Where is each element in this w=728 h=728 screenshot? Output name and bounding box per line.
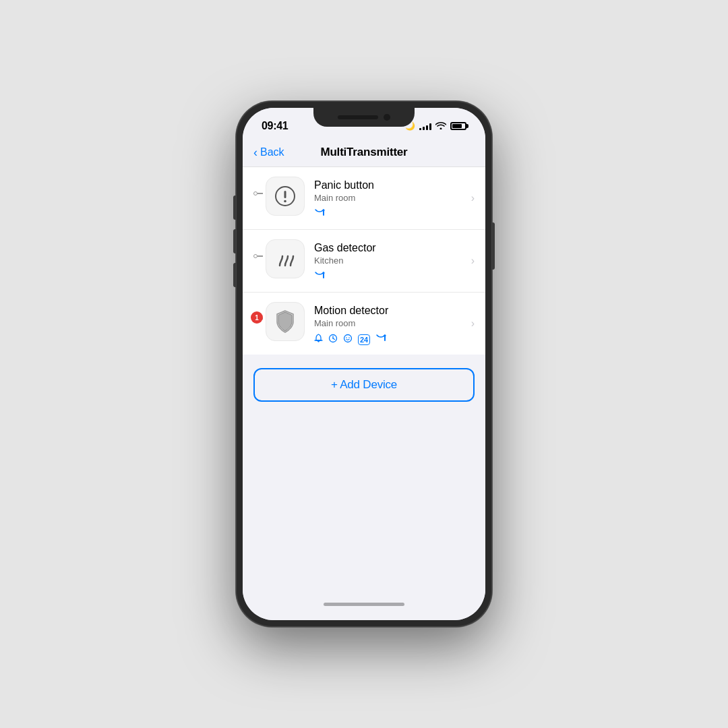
status-icons: 🌙 (405, 121, 466, 131)
device-item-gas-detector[interactable]: Gas detector Kitchen (243, 230, 485, 293)
exclamation-icon (275, 186, 295, 206)
add-device-section: + Add Device (243, 355, 485, 415)
nav-title: MultiTransmitter (320, 146, 407, 159)
svg-rect-3 (323, 210, 324, 216)
device-item-panic-button[interactable]: Panic button Main room (243, 167, 485, 230)
battery-icon (450, 122, 466, 130)
status-time: 09:41 (262, 120, 288, 132)
home-indicator (243, 597, 485, 620)
motion-detector-icon-wrap (266, 302, 305, 341)
svg-rect-12 (384, 335, 386, 341)
chevron-right-icon-2: › (471, 255, 475, 267)
camera (384, 114, 390, 121)
device-list: Panic button Main room (243, 167, 485, 355)
home-bar (324, 603, 404, 606)
device-connector (253, 254, 263, 258)
24h-icon: 24 (358, 334, 370, 345)
motion-detector-room: Main room (314, 318, 475, 328)
phone-frame: 09:41 🌙 (236, 101, 492, 627)
clock-icon (328, 334, 338, 345)
add-device-button[interactable]: + Add Device (253, 368, 475, 402)
gas-detector-icon-wrap (266, 239, 305, 278)
motion-detector-info: Motion detector Main room (314, 302, 475, 345)
svg-rect-4 (323, 272, 324, 278)
panic-button-name: Panic button (314, 179, 475, 191)
chevron-right-icon: › (471, 192, 475, 204)
panic-button-room: Main room (314, 193, 475, 203)
gas-detector-name: Gas detector (314, 242, 475, 254)
signal-icon-3 (375, 334, 386, 345)
svg-rect-1 (284, 191, 286, 198)
svg-point-9 (344, 335, 352, 342)
chevron-right-icon-3: › (471, 317, 475, 330)
gas-detector-room: Kitchen (314, 255, 475, 266)
heat-waves-icon (274, 247, 296, 271)
motion-detector-name: Motion detector (314, 305, 475, 317)
device-connector-motion: 1 (253, 317, 263, 321)
gas-detector-status-icons (314, 271, 475, 282)
back-button[interactable]: ‹ Back (253, 146, 284, 158)
back-chevron-icon: ‹ (253, 146, 257, 158)
cellular-signal-icon (419, 122, 431, 130)
shield-icon (274, 309, 296, 334)
signal-icon-2 (314, 271, 325, 282)
device-connector (253, 191, 263, 195)
bell-icon (314, 334, 323, 345)
phone-screen: 09:41 🌙 (243, 108, 485, 620)
panic-button-icon-wrap (266, 177, 305, 216)
content-area: Panic button Main room (243, 167, 485, 597)
notch (313, 108, 415, 127)
svg-line-8 (333, 338, 335, 340)
motion-detector-status-icons: 24 (314, 334, 475, 345)
svg-point-10 (346, 337, 347, 338)
panic-button-status-icons (314, 208, 475, 220)
panic-button-info: Panic button Main room (314, 177, 475, 220)
notification-badge: 1 (251, 311, 263, 324)
smiley-icon (343, 334, 353, 345)
speaker (338, 115, 378, 119)
navigation-bar: ‹ Back MultiTransmitter (243, 138, 485, 167)
signal-icon (314, 208, 325, 220)
back-label: Back (260, 146, 284, 158)
svg-point-11 (348, 337, 350, 338)
wifi-icon (435, 121, 446, 131)
svg-point-2 (284, 200, 286, 203)
gas-detector-info: Gas detector Kitchen (314, 239, 475, 282)
device-item-motion-detector[interactable]: 1 Motion detector Main (243, 293, 485, 355)
